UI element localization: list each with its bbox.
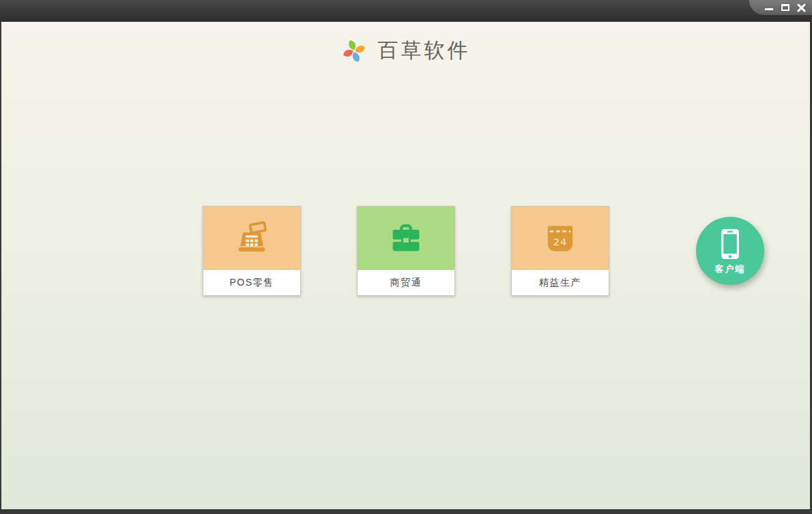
smartphone-icon [720, 227, 740, 261]
maximize-icon [781, 4, 789, 11]
minimize-icon [765, 8, 773, 10]
client-button[interactable]: 客户端 [696, 217, 764, 285]
title-bar [0, 0, 812, 22]
close-button[interactable] [796, 2, 807, 14]
window-controls [763, 1, 807, 14]
brand-header: 百草软件 [1, 37, 810, 65]
minimize-button[interactable] [763, 2, 774, 14]
calendar-icon: 24 [542, 220, 579, 257]
pinwheel-logo-icon [341, 38, 367, 64]
product-label: POS零售 [203, 270, 300, 295]
close-icon [797, 3, 806, 12]
product-tile [203, 207, 300, 270]
briefcase-icon [388, 220, 424, 257]
product-tile [358, 207, 454, 270]
client-label: 客户端 [715, 263, 746, 275]
product-label: 商贸通 [358, 270, 454, 295]
product-card-trade[interactable]: 商贸通 [357, 206, 455, 296]
product-tile: 24 [512, 207, 609, 270]
product-label: 精益生产 [512, 270, 609, 295]
product-card-lean[interactable]: 24 精益生产 [511, 206, 609, 296]
app-window: 百草软件 [0, 0, 812, 514]
product-card-pos[interactable]: POS零售 [203, 206, 301, 296]
maximize-button[interactable] [779, 2, 791, 14]
app-title: 百草软件 [378, 37, 471, 65]
calendar-day-number: 24 [553, 235, 567, 247]
cash-register-icon [233, 220, 270, 257]
main-content: 百草软件 [0, 22, 812, 514]
